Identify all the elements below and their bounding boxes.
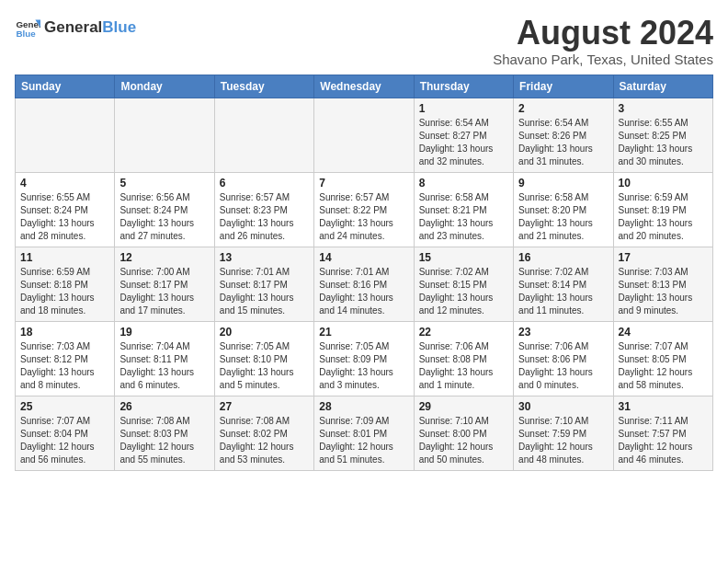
day-detail: Sunrise: 7:09 AM Sunset: 8:01 PM Dayligh…: [319, 415, 408, 466]
calendar-cell: 29Sunrise: 7:10 AM Sunset: 8:00 PM Dayli…: [414, 396, 513, 470]
day-detail: Sunrise: 6:55 AM Sunset: 8:25 PM Dayligh…: [619, 117, 708, 168]
calendar-cell: 22Sunrise: 7:06 AM Sunset: 8:08 PM Dayli…: [414, 321, 513, 396]
calendar-table: SundayMondayTuesdayWednesdayThursdayFrid…: [15, 75, 713, 471]
day-detail: Sunrise: 6:55 AM Sunset: 8:24 PM Dayligh…: [20, 191, 109, 243]
day-detail: Sunrise: 6:59 AM Sunset: 8:18 PM Dayligh…: [20, 266, 109, 317]
day-number: 25: [20, 400, 109, 413]
calendar-cell: 30Sunrise: 7:10 AM Sunset: 7:59 PM Dayli…: [514, 396, 613, 470]
day-header-thursday: Thursday: [414, 75, 513, 98]
day-detail: Sunrise: 7:08 AM Sunset: 8:03 PM Dayligh…: [119, 415, 209, 466]
logo-blue-text: Blue: [102, 18, 136, 37]
day-detail: Sunrise: 7:00 AM Sunset: 8:17 PM Dayligh…: [119, 266, 209, 317]
day-number: 3: [619, 102, 708, 115]
calendar-cell: 16Sunrise: 7:02 AM Sunset: 8:14 PM Dayli…: [514, 247, 613, 321]
day-number: 12: [119, 251, 209, 264]
day-header-saturday: Saturday: [613, 75, 712, 98]
calendar-cell: [16, 98, 115, 172]
day-detail: Sunrise: 7:08 AM Sunset: 8:02 PM Dayligh…: [220, 415, 309, 466]
day-detail: Sunrise: 7:05 AM Sunset: 8:10 PM Dayligh…: [220, 340, 309, 392]
day-detail: Sunrise: 7:10 AM Sunset: 8:00 PM Dayligh…: [419, 415, 508, 466]
day-detail: Sunrise: 7:11 AM Sunset: 7:57 PM Dayligh…: [619, 415, 708, 466]
day-detail: Sunrise: 6:58 AM Sunset: 8:20 PM Dayligh…: [518, 191, 608, 243]
day-number: 4: [20, 177, 109, 190]
day-number: 7: [319, 177, 408, 190]
calendar-cell: 5Sunrise: 6:56 AM Sunset: 8:24 PM Daylig…: [115, 172, 214, 247]
day-detail: Sunrise: 6:58 AM Sunset: 8:21 PM Dayligh…: [419, 191, 508, 243]
calendar-cell: 9Sunrise: 6:58 AM Sunset: 8:20 PM Daylig…: [514, 172, 613, 247]
calendar-cell: [115, 98, 214, 172]
calendar-cell: 2Sunrise: 6:54 AM Sunset: 8:26 PM Daylig…: [514, 98, 613, 172]
day-number: 28: [319, 400, 408, 413]
day-number: 23: [518, 326, 608, 339]
day-detail: Sunrise: 6:57 AM Sunset: 8:22 PM Dayligh…: [319, 191, 408, 243]
day-number: 29: [419, 400, 508, 413]
day-detail: Sunrise: 7:03 AM Sunset: 8:13 PM Dayligh…: [619, 266, 708, 317]
day-number: 27: [220, 400, 309, 413]
day-header-monday: Monday: [115, 75, 214, 98]
day-header-sunday: Sunday: [16, 75, 115, 98]
logo-general-text: General: [44, 18, 102, 37]
day-number: 30: [518, 400, 608, 413]
day-detail: Sunrise: 7:01 AM Sunset: 8:17 PM Dayligh…: [220, 266, 309, 317]
day-number: 14: [319, 251, 408, 264]
day-number: 2: [518, 102, 608, 115]
calendar-cell: 18Sunrise: 7:03 AM Sunset: 8:12 PM Dayli…: [16, 321, 115, 396]
day-number: 5: [119, 177, 209, 190]
calendar-cell: 28Sunrise: 7:09 AM Sunset: 8:01 PM Dayli…: [314, 396, 414, 470]
day-detail: Sunrise: 7:06 AM Sunset: 8:08 PM Dayligh…: [419, 340, 508, 392]
calendar-cell: 27Sunrise: 7:08 AM Sunset: 8:02 PM Dayli…: [214, 396, 313, 470]
calendar-cell: 23Sunrise: 7:06 AM Sunset: 8:06 PM Dayli…: [514, 321, 613, 396]
day-number: 16: [518, 251, 608, 264]
calendar-cell: 3Sunrise: 6:55 AM Sunset: 8:25 PM Daylig…: [613, 98, 712, 172]
calendar-cell: 12Sunrise: 7:00 AM Sunset: 8:17 PM Dayli…: [115, 247, 214, 321]
day-detail: Sunrise: 7:02 AM Sunset: 8:15 PM Dayligh…: [419, 266, 508, 317]
day-detail: Sunrise: 6:54 AM Sunset: 8:27 PM Dayligh…: [419, 117, 508, 168]
day-number: 10: [619, 177, 708, 190]
calendar-cell: 26Sunrise: 7:08 AM Sunset: 8:03 PM Dayli…: [115, 396, 214, 470]
day-number: 18: [20, 326, 109, 339]
day-number: 11: [20, 251, 109, 264]
day-number: 22: [419, 326, 508, 339]
day-number: 17: [619, 251, 708, 264]
day-number: 15: [419, 251, 508, 264]
day-detail: Sunrise: 7:07 AM Sunset: 8:05 PM Dayligh…: [619, 340, 708, 392]
calendar-cell: 19Sunrise: 7:04 AM Sunset: 8:11 PM Dayli…: [115, 321, 214, 396]
calendar-cell: 20Sunrise: 7:05 AM Sunset: 8:10 PM Dayli…: [214, 321, 313, 396]
day-header-wednesday: Wednesday: [314, 75, 414, 98]
subtitle: Shavano Park, Texas, United States: [493, 52, 713, 67]
day-detail: Sunrise: 7:06 AM Sunset: 8:06 PM Dayligh…: [518, 340, 608, 392]
day-detail: Sunrise: 6:56 AM Sunset: 8:24 PM Dayligh…: [119, 191, 209, 243]
calendar-cell: 15Sunrise: 7:02 AM Sunset: 8:15 PM Dayli…: [414, 247, 513, 321]
calendar-cell: 10Sunrise: 6:59 AM Sunset: 8:19 PM Dayli…: [613, 172, 712, 247]
calendar-cell: 7Sunrise: 6:57 AM Sunset: 8:22 PM Daylig…: [314, 172, 414, 247]
calendar-cell: [314, 98, 414, 172]
day-detail: Sunrise: 7:03 AM Sunset: 8:12 PM Dayligh…: [20, 340, 109, 392]
calendar-cell: 17Sunrise: 7:03 AM Sunset: 8:13 PM Dayli…: [613, 247, 712, 321]
calendar-cell: 21Sunrise: 7:05 AM Sunset: 8:09 PM Dayli…: [314, 321, 414, 396]
calendar-cell: [214, 98, 313, 172]
day-number: 8: [419, 177, 508, 190]
page-header: General Blue GeneralBlue August 2024 Sha…: [15, 15, 713, 67]
day-number: 26: [119, 400, 209, 413]
day-detail: Sunrise: 7:10 AM Sunset: 7:59 PM Dayligh…: [518, 415, 608, 466]
day-header-friday: Friday: [514, 75, 613, 98]
calendar-cell: 14Sunrise: 7:01 AM Sunset: 8:16 PM Dayli…: [314, 247, 414, 321]
calendar-cell: 6Sunrise: 6:57 AM Sunset: 8:23 PM Daylig…: [214, 172, 313, 247]
day-number: 6: [220, 177, 309, 190]
day-detail: Sunrise: 7:05 AM Sunset: 8:09 PM Dayligh…: [319, 340, 408, 392]
calendar-cell: 1Sunrise: 6:54 AM Sunset: 8:27 PM Daylig…: [414, 98, 513, 172]
title-block: August 2024 Shavano Park, Texas, United …: [493, 15, 713, 67]
day-number: 24: [619, 326, 708, 339]
calendar-cell: 31Sunrise: 7:11 AM Sunset: 7:57 PM Dayli…: [613, 396, 712, 470]
day-number: 20: [220, 326, 309, 339]
day-header-tuesday: Tuesday: [214, 75, 313, 98]
calendar-cell: 4Sunrise: 6:55 AM Sunset: 8:24 PM Daylig…: [16, 172, 115, 247]
day-detail: Sunrise: 7:07 AM Sunset: 8:04 PM Dayligh…: [20, 415, 109, 466]
day-number: 21: [319, 326, 408, 339]
day-detail: Sunrise: 6:57 AM Sunset: 8:23 PM Dayligh…: [220, 191, 309, 243]
day-number: 13: [220, 251, 309, 264]
main-title: August 2024: [493, 15, 713, 52]
calendar-cell: 24Sunrise: 7:07 AM Sunset: 8:05 PM Dayli…: [613, 321, 712, 396]
day-number: 1: [419, 102, 508, 115]
day-detail: Sunrise: 7:04 AM Sunset: 8:11 PM Dayligh…: [119, 340, 209, 392]
